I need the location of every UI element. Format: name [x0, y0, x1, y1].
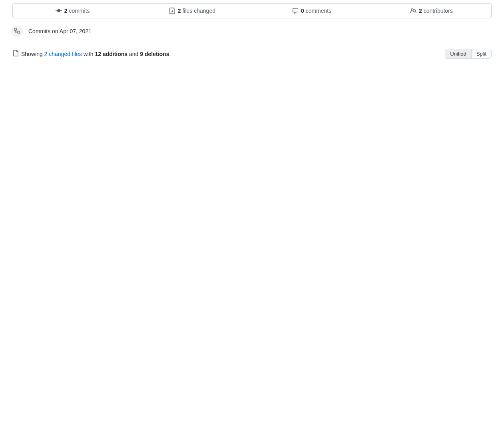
file-list-icon[interactable] [12, 50, 19, 58]
contributors-label: contributors [424, 8, 453, 14]
tab-files-changed[interactable]: 2 files changed [132, 4, 252, 18]
tab-comments[interactable]: 0 comments [252, 4, 372, 18]
contributors-count: 2 [419, 8, 422, 14]
comment-icon [292, 8, 299, 14]
people-icon [410, 8, 416, 14]
files-label: files changed [182, 8, 215, 14]
compare-tabnav: 2 commits 2 files changed 0 comments 2 c… [12, 3, 492, 18]
files-count: 2 [178, 8, 181, 14]
file-diff-icon [169, 8, 175, 14]
split-button[interactable]: Split [471, 49, 491, 58]
comments-count: 0 [301, 8, 304, 14]
files-toc-row: Showing 2 changed files with 12 addition… [4, 44, 500, 62]
deletions-text: 9 deletions [140, 51, 169, 57]
comments-label: comments [306, 8, 332, 14]
diff-view-toggle: Unified Split [445, 49, 492, 59]
toc-text: Showing 2 changed files with 12 addition… [21, 51, 171, 57]
changed-files-link[interactable]: 2 changed files [44, 51, 82, 57]
commits-label: commits [69, 8, 90, 14]
timeline-badge-icon [11, 25, 24, 38]
commits-count: 2 [64, 8, 68, 14]
additions-text: 12 additions [95, 51, 127, 57]
commit-icon [56, 8, 62, 14]
timeline-header: Commits on Apr 07, 2021 [28, 28, 92, 34]
tab-contributors[interactable]: 2 contributors [372, 4, 491, 18]
unified-button[interactable]: Unified [445, 49, 471, 58]
commits-timeline: Commits on Apr 07, 2021 [4, 25, 500, 38]
tab-commits[interactable]: 2 commits [13, 4, 132, 18]
